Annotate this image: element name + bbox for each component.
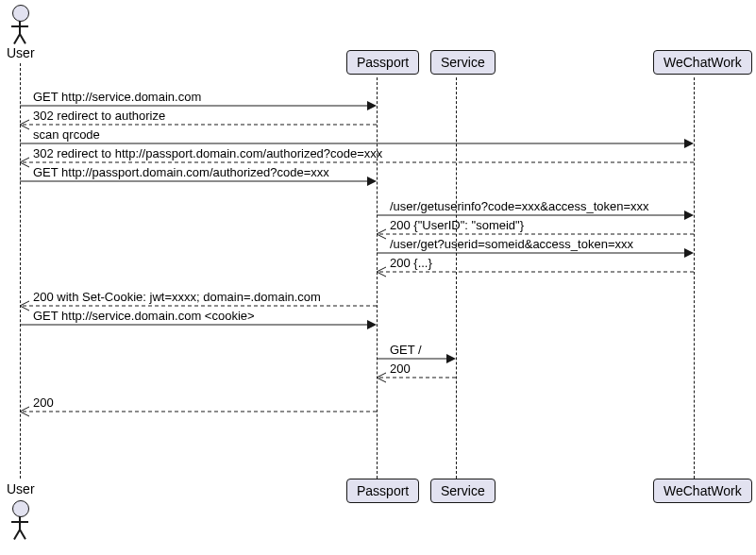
user-label-bottom: User xyxy=(7,481,35,496)
message-text: scan qrcode xyxy=(33,127,100,142)
message-text: 302 redirect to authorize xyxy=(33,109,165,123)
service-box-top: Service xyxy=(430,50,496,75)
service-box-bottom: Service xyxy=(430,479,496,503)
message-text: 302 redirect to http://passport.domain.c… xyxy=(33,146,382,160)
sequence-diagram: User Passport Service WeChatWork Passpor… xyxy=(0,0,756,555)
message-text: 200 xyxy=(33,395,54,410)
wechat-box-bottom: WeChatWork xyxy=(653,479,752,503)
message-text: GET http://service.domain.com xyxy=(33,90,201,104)
user-actor-body-top xyxy=(19,21,21,34)
message-text: 200 with Set-Cookie: jwt=xxxx; domain=.d… xyxy=(33,290,321,304)
wechat-box-top: WeChatWork xyxy=(653,50,752,75)
message-text: 200 xyxy=(390,362,411,376)
user-actor-arms-top xyxy=(11,25,28,27)
message-arrow xyxy=(377,372,456,383)
message-text: 200 {"UserID": "someid"} xyxy=(390,218,524,232)
passport-box-top: Passport xyxy=(346,50,419,75)
user-label-top: User xyxy=(7,45,35,60)
user-actor-arms-bottom xyxy=(11,521,28,523)
user-actor-head-top xyxy=(12,5,29,22)
message-text: GET http://passport.domain.com/authorize… xyxy=(33,165,329,179)
user-actor-body-bottom xyxy=(19,516,21,530)
passport-box-bottom: Passport xyxy=(346,479,419,503)
message-text: /user/get?userid=someid&access_token=xxx xyxy=(390,237,633,251)
message-text: 200 {...} xyxy=(390,256,432,270)
wechat-lifeline xyxy=(694,77,695,479)
user-actor-leg-r-bottom xyxy=(19,530,25,540)
message-text: GET / xyxy=(390,343,422,357)
message-arrow xyxy=(20,406,377,417)
message-text: /user/getuserinfo?code=xxx&access_token=… xyxy=(390,199,649,213)
user-actor-head-bottom xyxy=(12,500,29,517)
message-text: GET http://service.domain.com <cookie> xyxy=(33,309,255,323)
user-actor-leg-r-top xyxy=(19,34,25,44)
